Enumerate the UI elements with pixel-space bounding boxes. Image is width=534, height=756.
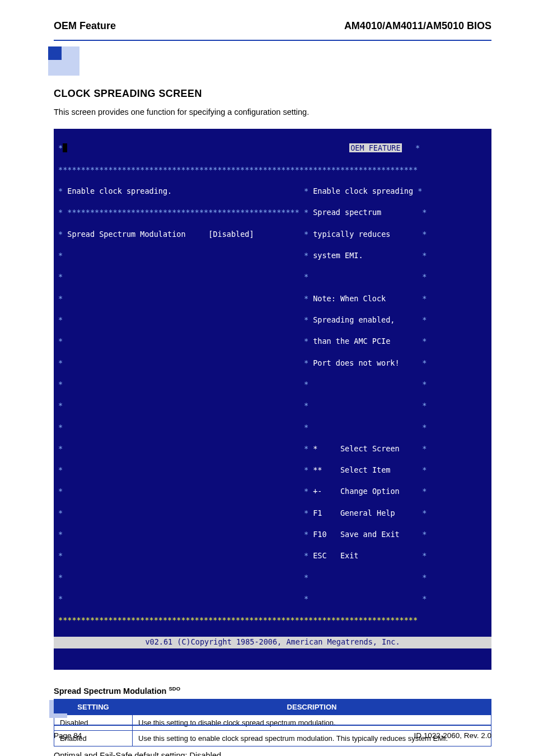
subheading-text: Spread Spectrum Modulation bbox=[54, 687, 166, 696]
bios-help-l4: system EMI. bbox=[313, 251, 363, 260]
bios-help-l3: typically reduces bbox=[313, 230, 390, 239]
bios-badge: OEM FEATURE bbox=[349, 143, 401, 152]
bios-help-l1: Enable clock spreading bbox=[313, 186, 413, 195]
bios-help-l7: than the AMC PCIe bbox=[313, 337, 390, 346]
svg-rect-1 bbox=[48, 60, 62, 76]
bios-option-value[interactable]: [Disabled] bbox=[208, 230, 254, 239]
header-rule bbox=[54, 40, 491, 41]
header-right: AM4010/AM4011/AM5010 BIOS bbox=[344, 20, 491, 32]
bios-copyright: v02.61 (C)Copyright 1985-2006, American … bbox=[54, 637, 491, 648]
key-sym-change: +- bbox=[313, 487, 322, 496]
bios-help-l8: Port does not work! bbox=[313, 358, 399, 367]
footer-corner-icon bbox=[48, 697, 71, 721]
key-f10: F10 bbox=[313, 530, 326, 539]
key-f1-label: General Help bbox=[340, 508, 395, 517]
key-sym-select-item: ** bbox=[313, 465, 322, 474]
key-select-screen: Select Screen bbox=[340, 444, 400, 453]
key-f1: F1 bbox=[313, 508, 322, 517]
bios-help-l6: Spreading enabled, bbox=[313, 315, 395, 324]
default-setting-note: Optimal and Fail-Safe default setting: D… bbox=[54, 751, 491, 756]
svg-rect-0 bbox=[48, 46, 62, 60]
key-change: Change Option bbox=[340, 487, 400, 496]
key-f10-label: Save and Exit bbox=[340, 530, 400, 539]
footer-left: Page 84 bbox=[54, 731, 82, 740]
bios-left-title: Enable clock spreading. bbox=[67, 186, 172, 195]
key-sym-select-screen: * bbox=[313, 444, 317, 453]
header-left: OEM Feature bbox=[54, 20, 116, 32]
key-esc: ESC bbox=[313, 551, 326, 560]
bios-screen: * OEM FEATURE * ************************… bbox=[54, 129, 491, 670]
svg-rect-2 bbox=[62, 46, 79, 76]
footer-rule bbox=[54, 725, 491, 726]
key-select-item: Select Item bbox=[340, 465, 390, 474]
bios-help-l2: Spread spectrum bbox=[313, 208, 381, 217]
page-footer: Page 84 ID 1022-2060, Rev. 2.0 bbox=[54, 725, 491, 740]
section-title: CLOCK SPREADING SCREEN bbox=[54, 88, 491, 100]
subheading: Spread Spectrum Modulation SDO bbox=[54, 685, 491, 696]
intro-text: This screen provides one function for sp… bbox=[54, 106, 491, 118]
brand-logo bbox=[48, 46, 491, 76]
bios-help-l5: Note: When Clock bbox=[313, 294, 386, 303]
page-header: OEM Feature AM4010/AM4011/AM5010 BIOS bbox=[54, 20, 491, 32]
bios-option-label[interactable]: Spread Spectrum Modulation bbox=[67, 230, 185, 239]
subheading-sup: SDO bbox=[168, 685, 180, 692]
th-description: DESCRIPTION bbox=[133, 699, 491, 715]
footer-right: ID 1022-2060, Rev. 2.0 bbox=[414, 731, 491, 740]
key-esc-label: Exit bbox=[340, 551, 359, 560]
